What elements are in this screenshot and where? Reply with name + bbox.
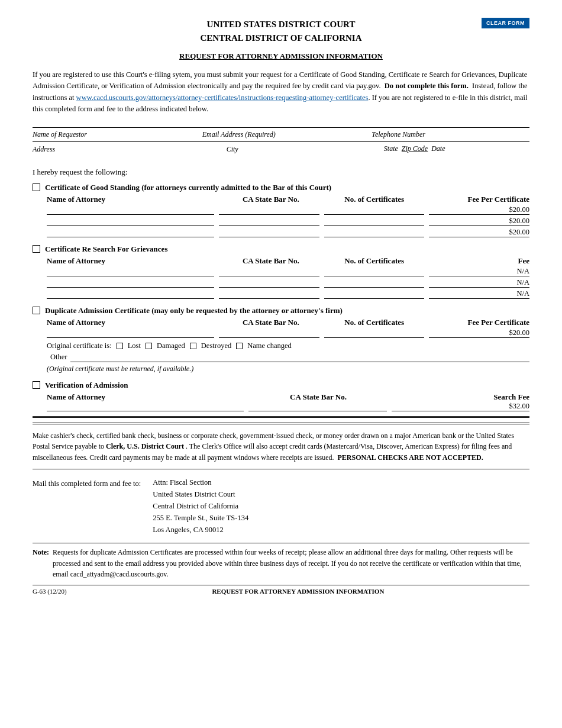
zip-label: Zip Code (402, 144, 428, 153)
section-grievances: Certificate Re Search For Grievances Nam… (33, 244, 529, 299)
dup-col3-header: No. of Certificates (322, 318, 426, 327)
gs-col3-header: No. of Certificates (322, 195, 426, 204)
email-address-field: Email Address (Required) (202, 130, 360, 140)
table-row: $32.00 (47, 402, 529, 411)
duplicate-title: Duplicate Admission Certificate (may onl… (45, 306, 343, 315)
note-label: Note: (33, 547, 49, 580)
address-field: Address (33, 144, 215, 154)
destroyed-label: Destroyed (201, 342, 231, 350)
orig-cert-row: Original certificate is: Lost Damaged De… (47, 342, 529, 350)
gr-col3-header: No. of Certificates (322, 256, 426, 266)
ver-fee: $32.00 (392, 402, 529, 411)
ver-col1-header: Name of Attorney (47, 392, 248, 402)
lost-label: Lost (128, 342, 141, 350)
other-row: Other (47, 353, 529, 362)
name-changed-label: Name changed (247, 342, 292, 350)
gr-fee-3: N/A (429, 289, 529, 299)
clear-form-button[interactable]: CLEAR FORM (482, 18, 529, 28)
city-field: City (227, 144, 372, 154)
date-label: Date (431, 144, 445, 153)
header: CLEAR FORM UNITED STATES DISTRICT COURT … (33, 18, 529, 44)
gr-col1-header: Name of Attorney (47, 256, 219, 266)
damaged-label: Damaged (157, 342, 185, 350)
form-subtitle: REQUEST FOR ATTORNEY ADMISSION INFORMATI… (33, 51, 529, 61)
table-row: N/A (47, 267, 529, 276)
grievances-title: Certificate Re Search For Grievances (45, 244, 167, 254)
lost-checkbox[interactable] (117, 343, 123, 349)
gs-col2-header: CA State Bar No. (219, 195, 322, 204)
gs-fee-3: $20.00 (429, 228, 529, 237)
table-row: $20.00 (47, 217, 529, 226)
footer-center: REQUEST FOR ATTORNEY ADMISSION INFORMATI… (212, 588, 384, 595)
damaged-checkbox[interactable] (146, 343, 152, 349)
note-section: Note: Requests for duplicate Admission C… (33, 543, 529, 580)
table-row: $20.00 (47, 328, 529, 338)
gr-fee-1: N/A (429, 267, 529, 276)
gr-fee-2: N/A (429, 278, 529, 288)
dup-fee: $20.00 (429, 328, 529, 338)
intro-paragraph: If you are registered to use this Court'… (33, 69, 529, 115)
gr-col4-header: Fee (426, 256, 529, 266)
gs-fee-1: $20.00 (429, 205, 529, 215)
footer: G-63 (12/20) REQUEST FOR ATTORNEY ADMISS… (33, 585, 529, 595)
ver-col3-header: Search Fee (389, 392, 529, 402)
destroyed-checkbox[interactable] (190, 343, 196, 349)
dup-col1-header: Name of Attorney (47, 318, 219, 327)
state-label: State (384, 144, 398, 153)
verification-title: Verification of Admission (45, 381, 128, 390)
gr-col2-header: CA State Bar No. (219, 256, 322, 266)
table-row: $20.00 (47, 205, 529, 215)
dup-col2-header: CA State Bar No. (219, 318, 322, 327)
instructions-link[interactable]: www.cacd.uscourts.gov/attorneys/attorney… (76, 94, 369, 102)
court-title: UNITED STATES DISTRICT COURT CENTRAL DIS… (33, 18, 529, 44)
double-rule (33, 416, 529, 418)
hereby-text: I hereby request the following: (33, 167, 529, 177)
dup-col4-header: Fee Per Certificate (426, 318, 529, 327)
note-text: Requests for duplicate Admission Certifi… (53, 547, 529, 580)
good-standing-title: Certificate of Good Standing (for attorn… (45, 183, 331, 192)
duplicate-checkbox[interactable] (33, 307, 40, 314)
section-verification: Verification of Admission Name of Attorn… (33, 381, 529, 411)
gs-col4-header: Fee Per Certificate (426, 195, 529, 204)
name-of-requestor-field: Name of Requestor (33, 130, 190, 140)
footer-left: G-63 (12/20) (33, 588, 67, 595)
name-changed-checkbox[interactable] (236, 343, 243, 349)
mail-section: Mail this completed form and fee to: Att… (33, 476, 529, 536)
mail-address: Attn: Fiscal Section United States Distr… (153, 476, 248, 536)
table-row: $20.00 (47, 228, 529, 237)
other-label: Other (50, 353, 67, 362)
payment-section: Make cashier's check, certified bank che… (33, 423, 529, 470)
orig-note: (Original certificate must be returned, … (47, 365, 529, 373)
section-duplicate: Duplicate Admission Certificate (may onl… (33, 306, 529, 373)
grievances-checkbox[interactable] (33, 245, 40, 253)
gs-col1-header: Name of Attorney (47, 195, 219, 204)
telephone-field: Telephone Number (372, 130, 529, 140)
table-row: N/A (47, 278, 529, 288)
mail-label: Mail this completed form and fee to: (33, 476, 141, 536)
verification-checkbox[interactable] (33, 381, 40, 389)
section-good-standing: Certificate of Good Standing (for attorn… (33, 183, 529, 237)
ver-col2-header: CA State Bar No. (248, 392, 389, 402)
good-standing-checkbox[interactable] (33, 183, 40, 191)
gs-fee-2: $20.00 (429, 217, 529, 226)
table-row: N/A (47, 289, 529, 299)
